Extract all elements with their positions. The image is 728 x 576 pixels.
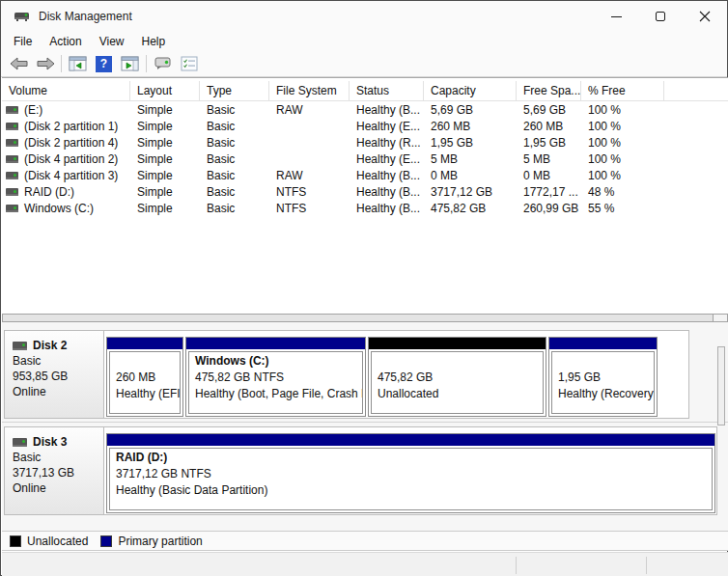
cell-text: (E:) xyxy=(24,103,42,117)
cell-text: 100 % xyxy=(588,103,621,117)
volume-row[interactable]: (E:)SimpleBasicRAWHealthy (B...5,69 GB5,… xyxy=(2,101,728,118)
menu-item-action[interactable]: Action xyxy=(41,33,90,50)
maximize-button[interactable] xyxy=(638,1,683,32)
cell-text: NTFS xyxy=(276,202,306,215)
cell-text: 100 % xyxy=(588,136,621,150)
cell-text: 48 % xyxy=(588,185,614,199)
menu-item-help[interactable]: Help xyxy=(133,33,175,50)
volume-cell: 100 % xyxy=(581,103,664,117)
volume-cell: 100 % xyxy=(581,120,664,133)
volume-row[interactable]: RAID (D:)SimpleBasicNTFSHealthy (B...371… xyxy=(2,183,728,200)
cell-text: 5 MB xyxy=(523,152,550,166)
back-button[interactable] xyxy=(6,52,32,75)
volume-icon xyxy=(6,139,18,147)
console-window-button[interactable] xyxy=(150,52,176,75)
toolbar-separator xyxy=(61,55,62,72)
disk-drive-app-icon xyxy=(14,9,30,24)
cell-text: NTFS xyxy=(276,185,306,199)
window-controls xyxy=(594,1,727,32)
cell-text: 100 % xyxy=(588,152,621,166)
column-header-layout[interactable]: Layout xyxy=(130,81,200,100)
volume-row[interactable]: (Disk 4 partition 2)SimpleBasicHealthy (… xyxy=(2,151,728,167)
partition-size: 475,82 GB xyxy=(378,370,543,386)
volume-row[interactable]: (Disk 4 partition 3)SimpleBasicRAWHealth… xyxy=(2,167,728,183)
column-header-filler xyxy=(664,81,728,100)
column-header-status[interactable]: Status xyxy=(350,81,424,100)
cell-text: 5 MB xyxy=(431,152,458,166)
volume-name-cell: (Disk 2 partition 1) xyxy=(2,120,130,133)
column-header-free-spa-[interactable]: Free Spa... xyxy=(517,81,581,100)
volume-cell: Healthy (E... xyxy=(350,152,424,166)
volume-cell: Healthy (E... xyxy=(350,120,424,133)
show-console-tree-button[interactable] xyxy=(65,52,91,75)
volume-list-header: VolumeLayoutTypeFile SystemStatusCapacit… xyxy=(2,81,728,101)
menu-item-view[interactable]: View xyxy=(91,33,133,50)
partition-volume-name: Windows (C:) xyxy=(195,353,362,370)
volume-name-cell: (Disk 4 partition 3) xyxy=(2,169,130,182)
status-bar-divider xyxy=(516,557,517,574)
disk-name-line: Disk 3 xyxy=(13,434,103,450)
volume-cell: 100 % xyxy=(581,169,664,182)
disk-label-box[interactable]: Disk 2Basic953,85 GBOnline xyxy=(5,331,104,418)
menu-item-file[interactable]: File xyxy=(5,33,41,50)
partition-volume-name xyxy=(116,353,180,370)
show-action-pane-button[interactable] xyxy=(117,52,143,75)
partition-block[interactable]: 1,95 GBHealthy (Recovery xyxy=(548,337,658,417)
cell-text: Simple xyxy=(137,202,173,215)
volume-list-pane: VolumeLayoutTypeFile SystemStatusCapacit… xyxy=(2,77,728,314)
cell-text: (Disk 2 partition 4) xyxy=(24,136,118,150)
cell-text: 55 % xyxy=(588,202,614,215)
horizontal-scrollbar-thumb[interactable] xyxy=(3,315,714,321)
volume-cell: Simple xyxy=(130,202,200,215)
column-header--free[interactable]: % Free xyxy=(581,81,664,100)
partition-status: Healthy (EFI xyxy=(116,386,180,402)
volume-cell: Simple xyxy=(130,103,200,117)
cell-text: RAID (D:) xyxy=(24,185,74,199)
column-header-volume[interactable]: Volume xyxy=(2,81,130,100)
show-console-tree-icon xyxy=(69,56,87,71)
volume-row[interactable]: (Disk 2 partition 1)SimpleBasicHealthy (… xyxy=(2,118,728,134)
cell-text: Simple xyxy=(137,136,173,150)
column-header-capacity[interactable]: Capacity xyxy=(424,81,517,100)
volume-row[interactable]: (Disk 2 partition 4)SimpleBasicHealthy (… xyxy=(2,134,728,151)
disk-icon xyxy=(13,438,27,447)
volume-list-body: (E:)SimpleBasicRAWHealthy (B...5,69 GB5,… xyxy=(2,101,728,216)
properties-list-button[interactable] xyxy=(176,52,202,75)
partition-block[interactable]: 260 MBHealthy (EFI xyxy=(106,337,183,417)
cell-text: Simple xyxy=(137,152,173,166)
legend-swatch-unallocated xyxy=(10,535,21,547)
partitions-area: 260 MBHealthy (EFIWindows (C:)475,82 GB … xyxy=(104,331,658,418)
cell-text: Basic xyxy=(207,202,235,215)
partition-block[interactable]: 475,82 GBUnallocated xyxy=(368,337,546,417)
legend-item-primary: Primary partition xyxy=(100,535,202,548)
volume-name-cell: (Disk 4 partition 2) xyxy=(2,152,130,166)
cell-text: 260 MB xyxy=(431,120,470,133)
cell-text: Basic xyxy=(207,152,235,166)
column-header-type[interactable]: Type xyxy=(200,81,269,100)
cell-text: Healthy (E... xyxy=(356,152,420,166)
volume-cell: Simple xyxy=(130,136,200,150)
volume-icon xyxy=(6,155,18,163)
partition-info: 260 MBHealthy (EFI xyxy=(109,351,181,414)
close-button[interactable] xyxy=(683,1,727,32)
disk-size: 3717,13 GB xyxy=(13,465,103,480)
partition-block[interactable]: RAID (D:)3717,12 GB NTFSHealthy (Basic D… xyxy=(106,433,715,513)
partition-block[interactable]: Windows (C:)475,82 GB NTFSHealthy (Boot,… xyxy=(185,337,366,417)
forward-button[interactable] xyxy=(32,52,58,75)
disk-label-box[interactable]: Disk 3Basic3717,13 GBOnline xyxy=(5,427,104,514)
column-header-file-system[interactable]: File System xyxy=(269,81,350,100)
cell-text: Basic xyxy=(207,103,235,117)
minimize-button[interactable] xyxy=(594,1,638,32)
volume-row[interactable]: Windows (C:)SimpleBasicNTFSHealthy (B...… xyxy=(2,200,728,216)
partition-color-strip xyxy=(549,338,657,349)
help-button[interactable] xyxy=(91,52,117,75)
cell-text: 5,69 GB xyxy=(431,103,473,117)
vertical-scrollbar-thumb[interactable] xyxy=(717,346,725,425)
cell-text: 1772,17 ... xyxy=(523,185,578,199)
volume-cell: NTFS xyxy=(269,202,350,215)
cell-text: 3717,12 GB xyxy=(431,185,492,199)
horizontal-scrollbar[interactable] xyxy=(2,314,728,322)
window-title: Disk Management xyxy=(39,10,132,23)
partition-size: 260 MB xyxy=(116,370,180,386)
volume-cell: 3717,12 GB xyxy=(424,185,517,199)
